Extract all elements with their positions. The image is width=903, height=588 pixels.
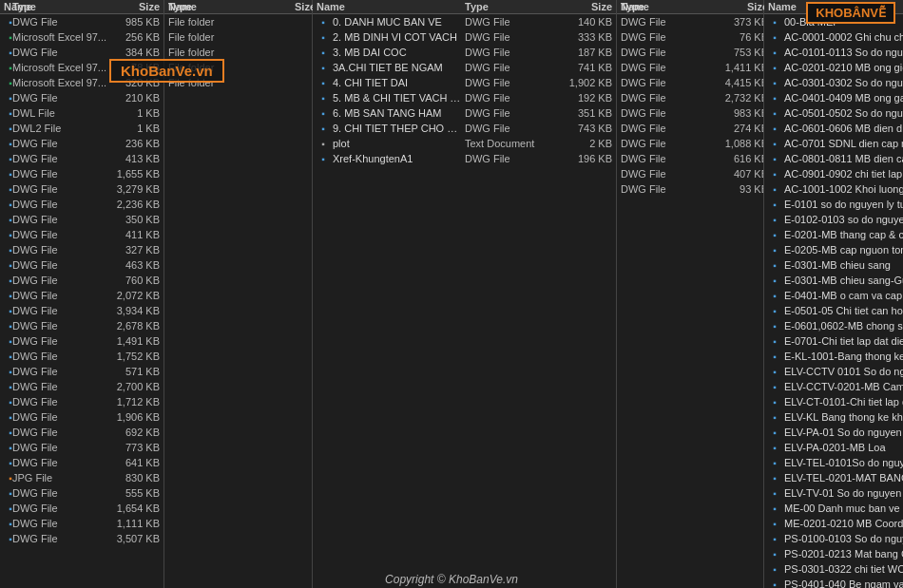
list-item[interactable]: ▪9-Chi tiet ban congDWG File1,712 KB — [0, 394, 163, 409]
list-item[interactable]: ▪3. MB DAI COCDWG File187 KB — [313, 45, 616, 60]
list-item[interactable]: ▪13-San vuonDWG File641 KB — [0, 455, 163, 470]
list-item[interactable]: ▪ELV-PA-0201-MB LoaDWG File232 KB — [764, 440, 903, 455]
list-item[interactable]: ▪BeboiDWG File555 KB — [0, 485, 163, 501]
list-item[interactable]: ▪x-mbkcDWG File407 KB — [617, 166, 763, 181]
list-item[interactable]: ▪AC-0301-0302 So do nguyen ly ong gas d.… — [764, 75, 903, 90]
list-item[interactable]: ▪9-Chi tiet ban cong + chop nhomDWG File… — [0, 379, 163, 394]
list-item[interactable]: ▪E-0701-Chi tiet lap dat dien hinhDWG Fi… — [764, 333, 903, 349]
list-item[interactable]: ▪8b-Cua khach san,wcDWG File1,491 KB — [0, 333, 163, 349]
list-item[interactable]: ▪1a-Mat bang tong the.dwl2DWL2 File1 KB — [0, 121, 163, 136]
list-item[interactable]: ▪ME-0201-0210 MB Coordination MEDWG File… — [764, 516, 903, 531]
list-item[interactable]: ▪5-KC-VACHDWG File983 KB — [617, 105, 763, 121]
file-name-cell: ▪AC-0401-0409 MB ong gas dieu hoa — [768, 91, 903, 104]
list-item[interactable]: ▪1a-Mat bang tong the.dwlDWL File1 KB — [0, 105, 163, 121]
list-item[interactable]: ▪1b-Mat bang dinh vi tang hamDWG File236… — [0, 136, 163, 151]
list-item[interactable]: ▪ELV-CCTV-0201-MB CameraDWG File164 KB — [764, 379, 903, 394]
list-item[interactable]: ▪3-kc-damDWG File4,415 KB — [617, 75, 763, 90]
list-item[interactable]: ▪ELV-KL Bang thong ke khoi luongDWG File… — [764, 409, 903, 425]
list-item[interactable]: ▪1-kc-mbkcDWG File753 KB — [617, 45, 763, 60]
list-item[interactable]: ▪ELV-CT-0101-Chi tiet lap dat dien hinhD… — [764, 394, 903, 409]
list-item[interactable]: ▪AC-0601-0606 MB dien dieu khien dieu h.… — [764, 121, 903, 136]
list-item[interactable]: ▪E-0501-05 Chi tiet can ho (2)DWG File1,… — [764, 303, 903, 318]
list-item[interactable]: ▪9a-Chi tiet ban congDWG File1,752 KB — [0, 349, 163, 364]
list-item[interactable]: ▪ChopDWG File3,507 KB — [0, 531, 163, 546]
list-item[interactable]: ▪AC-1001-1002 Khoi luong dieu hoa khon..… — [764, 181, 903, 197]
list-item[interactable]: ▪9a-Chi tiet lan chopDWG File571 KB — [0, 364, 163, 379]
list-item[interactable]: ▸1-KientrucFile folder — [164, 14, 312, 29]
list-item[interactable]: ▪2-Mat bangDWG File3,279 KB — [0, 181, 163, 197]
list-item[interactable]: ▪00-Bia-Chitieu-DMBVDWG File985 KB — [0, 14, 163, 29]
list-item[interactable]: ▪2. MB DINH VI COT VACHDWG File333 KB — [313, 29, 616, 45]
list-item[interactable]: ▪ELV-TEL-0101So do nguyen ly TELDWG File… — [764, 455, 903, 470]
list-item[interactable]: ▪AC-0001-0002 Ghi chu chung va thong s..… — [764, 29, 903, 45]
list-item[interactable]: ▪00-DMBVKTMicrosoft Excel 97...256 KB — [0, 29, 163, 45]
list-item[interactable]: ▪5-Tam capDWG File327 KB — [0, 242, 163, 257]
list-item[interactable]: ▪5. MB & CHI TIET VACH TANG HAMDWG File1… — [313, 90, 616, 105]
list-item[interactable]: ▪ELV-PA-01 So do nguyen ly ht loaDWG Fil… — [764, 425, 903, 440]
list-item[interactable]: ▪2-kc-thep san30.8.2011.dwg(sua lan 2)DW… — [617, 60, 763, 75]
list-item[interactable]: ▪Xref-KhungtenA1DWG File93 KB — [617, 181, 763, 197]
list-item[interactable]: ▪AC-0801-0811 MB dien cap nguon dieu h..… — [764, 151, 903, 166]
list-item[interactable]: ▪E-0201-MB thang cap & chi tiet hiu ky t… — [764, 227, 903, 242]
list-item[interactable]: ▪3A.CHI TIET BE NGAMDWG File741 KB — [313, 60, 616, 75]
list-item[interactable]: ▸3-MEPFile folder — [164, 45, 312, 60]
list-item[interactable]: ▪E-0301-MB chieu sang-Gui PCCCDWG File3,… — [764, 273, 903, 288]
list-item[interactable]: ▪PS-0201-0213 Mat bang CTNDWG File655 KB — [764, 546, 903, 561]
list-item[interactable]: ▪8b-Can hoDWG File2,678 KB — [0, 318, 163, 333]
list-item[interactable]: ▪4-Duong docDWG File350 KB — [0, 212, 163, 227]
list-item[interactable]: ▪AC-0101-0113 So do nguyen ly thong gioD… — [764, 45, 903, 60]
list-item[interactable]: ▪7-Ve sinhDWG File2,072 KB — [0, 288, 163, 303]
list-item[interactable]: ▪00-BiaDWG File373 KB — [617, 14, 763, 29]
list-item[interactable]: ▪9. CHI TIET THEP CHO COT, VACH TANG ...… — [313, 121, 616, 136]
list-item[interactable]: ▪Chi tiet cua+vach kinhDWG File1,111 KB — [0, 516, 163, 531]
list-item[interactable]: ▪ELV-CCTV 0101 So do nguyen ly HT came..… — [764, 364, 903, 379]
list-item[interactable]: ▪PS-0100-0103 So do nguyen ly he thong .… — [764, 531, 903, 546]
list-item[interactable]: ▪11-CuaDWG File773 KB — [0, 440, 163, 455]
list-item[interactable]: ▪E-0102-0103 so do nguyen ly tu dien tan… — [764, 212, 903, 227]
list-item[interactable]: ▪AC-0901-0902 chi tiet lap dat dieu hoa … — [764, 166, 903, 181]
list-item[interactable]: ▪4-Duong dockhuyettatDWG File411 KB — [0, 227, 163, 242]
list-item[interactable]: ▪6-kc-thangDWG File1,088 KB — [617, 136, 763, 151]
list-item[interactable]: ▪6-Thang mayDWG File463 KB — [0, 257, 163, 273]
list-item[interactable]: ▪E-KL-1001-Bang thong ke khoi luong dien… — [764, 349, 903, 364]
list-item[interactable]: ▪6. MB SAN TANG HAMDWG File351 KB — [313, 105, 616, 121]
list-item[interactable]: ▪11-Chi tiet the boiDWG File692 KB — [0, 425, 163, 440]
list-item[interactable]: ▪0. DANH MUC BAN VEDWG File76 KB — [617, 29, 763, 45]
list-item[interactable]: ▪PS-0401-040 Be ngam va chi tiet lap dat… — [764, 577, 903, 588]
list-item[interactable]: ▪7-kc-Duong docDWG File616 KB — [617, 151, 763, 166]
list-item[interactable]: ▪2b-Mat bang chua loDWG File1,655 KB — [0, 166, 163, 181]
list-item[interactable]: ▪ME-00 Danh muc ban veDWG File332 KB — [764, 501, 903, 516]
list-item[interactable]: ▪6-KC-BBDWG File274 KB — [617, 121, 763, 136]
list-item[interactable]: ▪E-0601,0602-MB chong set va tiep diaDWG… — [764, 318, 903, 333]
list-item[interactable]: ▪E-0301-MB chieu sangDWG File1,235 KB — [764, 257, 903, 273]
list-item[interactable]: ▪AC-0501-0502 So do nguyen ly Dien dieu.… — [764, 105, 903, 121]
list-item[interactable]: ▪E-0401-MB o cam va cap nguonDWG File248… — [764, 288, 903, 303]
list-item[interactable]: ▪1b-Mat bang dinh vi tang 1DWG File413 K… — [0, 151, 163, 166]
list-item[interactable]: ▪00-Bia MEPDWG File — [764, 14, 903, 29]
list-item[interactable]: ▪ELV-TV-01 So do nguyen ly ht tiviDWG Fi… — [764, 485, 903, 501]
list-item[interactable]: ▪6-Thang THDWG File760 KB — [0, 273, 163, 288]
list-item[interactable]: ▪Xref-KhungtenA1DWG File196 KB — [313, 151, 616, 166]
list-item[interactable]: ▪ELV-TEL-0201-MAT BANG TEL, LAN, TVDWG F… — [764, 470, 903, 485]
list-item[interactable]: ▪PS-0301-0322 chi tiet WC can ho + phon.… — [764, 561, 903, 577]
panel6-file-list: ▪00-Bia MEPDWG File▪AC-0001-0002 Ghi chu… — [764, 14, 903, 588]
list-item[interactable]: ▪0. DANH MUC BAN VEDWG File140 KB — [313, 14, 616, 29]
list-item[interactable]: ▪AC-0201-0210 MB ong gio dieu hoaDWG Fil… — [764, 60, 903, 75]
list-item[interactable]: ▪3-Mat cat-Mat dungDWG File2,236 KB — [0, 197, 163, 212]
list-item[interactable]: ▪AC-0701 SDNL dien cap nguon DHDWG File8… — [764, 136, 903, 151]
list-item[interactable]: ▪10-Chi tiet mat dungDWG File1,906 KB — [0, 409, 163, 425]
list-item[interactable]: ▪Bo viaDWG File1,654 KB — [0, 501, 163, 516]
file-size-cell: 641 KB — [107, 457, 160, 468]
dwg-icon: ▪ — [768, 350, 781, 363]
list-item[interactable]: ▪plotText Document2 KB — [313, 136, 616, 151]
list-item[interactable]: ▪E-0205-MB cap nguon tong theDWG File197… — [764, 242, 903, 257]
list-item[interactable]: ▪1a-Mat bang tong theDWG File210 KB — [0, 90, 163, 105]
list-item[interactable]: ▪4. CHI TIET DAIDWG File1,902 KB — [313, 75, 616, 90]
list-item[interactable]: ▪AC-0401-0409 MB ong gas dieu hoaDWG Fil… — [764, 90, 903, 105]
list-item[interactable]: ▪4-kc-cotDWG File2,732 KB — [617, 90, 763, 105]
list-item[interactable]: ▪Bang thong ke chua loJPG File830 KB — [0, 470, 163, 485]
list-item[interactable]: ▪8a-Khach sanDWG File3,934 KB — [0, 303, 163, 318]
list-item[interactable]: ▪00-Phoi canhDWG File384 KB — [0, 45, 163, 60]
list-item[interactable]: ▸2-KetcauFile folder — [164, 29, 312, 45]
list-item[interactable]: ▪E-0101 so do nguyen ly tu dien tongDWG … — [764, 197, 903, 212]
